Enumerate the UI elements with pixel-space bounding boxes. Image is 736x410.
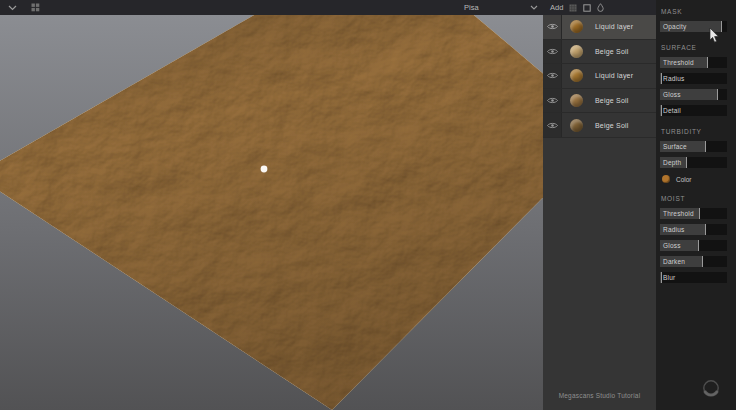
moist-darken-slider[interactable]: Darken: [660, 256, 727, 267]
slider-label: Blur: [663, 274, 675, 281]
add-layer-toolbar: Add: [550, 0, 604, 15]
slider-label: Surface: [663, 143, 687, 150]
eye-icon: [547, 48, 558, 55]
section-title-mask: MASK: [661, 8, 727, 15]
moist-gloss-slider[interactable]: Gloss: [660, 240, 727, 251]
layer-row-beige-soil-1[interactable]: Beige Soil: [543, 40, 656, 65]
layer-name: Beige Soil: [595, 97, 629, 104]
properties-panel: MASK Opacity SURFACE Threshold Radius Gl…: [656, 0, 736, 410]
add-label: Add: [550, 3, 563, 12]
turbidity-depth-slider[interactable]: Depth: [660, 157, 727, 168]
layer-row-liquid-layer-2[interactable]: Liquid layer: [543, 64, 656, 89]
eye-icon: [547, 23, 558, 30]
add-liquid-layer-icon[interactable]: [597, 0, 604, 15]
opacity-slider[interactable]: Opacity: [660, 21, 727, 32]
visibility-toggle[interactable]: [543, 113, 562, 137]
slider-label: Darken: [663, 258, 685, 265]
eye-icon: [547, 72, 558, 79]
layers-panel: Liquid layer Beige Soil Liquid layer: [543, 15, 656, 410]
quixel-logo-icon: [699, 377, 723, 405]
top-toolbar: Pisa Add: [0, 0, 656, 15]
layer-row-liquid-layer-1[interactable]: Liquid layer: [543, 15, 656, 40]
slider-fill: [660, 73, 662, 84]
moist-blur-slider[interactable]: Blur: [660, 272, 727, 283]
slider-fill: [660, 105, 662, 116]
surface-gloss-slider[interactable]: Gloss: [660, 89, 727, 100]
chevron-down-icon[interactable]: [8, 0, 17, 15]
layer-thumbnail: [570, 94, 583, 107]
slider-label: Threshold: [663, 210, 694, 217]
moist-radius-slider[interactable]: Radius: [660, 224, 727, 235]
layer-row-beige-soil-2[interactable]: Beige Soil: [543, 89, 656, 114]
layer-name: Beige Soil: [595, 48, 629, 55]
layer-thumbnail: [570, 69, 583, 82]
surface-detail-slider[interactable]: Detail: [660, 105, 727, 116]
viewport-canvas[interactable]: [0, 15, 543, 410]
surface-threshold-slider[interactable]: Threshold: [660, 57, 727, 68]
add-solid-layer-icon[interactable]: [569, 0, 577, 15]
slider-label: Depth: [663, 159, 681, 166]
visibility-toggle[interactable]: [543, 40, 562, 64]
layer-thumbnail: [570, 45, 583, 58]
slider-fill: [660, 272, 662, 283]
turbidity-color-row[interactable]: Color: [662, 175, 727, 183]
moist-threshold-slider[interactable]: Threshold: [660, 208, 727, 219]
slider-label: Opacity: [663, 23, 686, 30]
slider-label: Gloss: [663, 91, 681, 98]
brush-cursor-dot: [261, 166, 268, 173]
eye-icon: [547, 122, 558, 129]
visibility-toggle[interactable]: [543, 64, 562, 88]
layer-thumbnail: [570, 119, 583, 132]
section-title-surface: SURFACE: [661, 44, 727, 51]
scene-dropdown-label: Pisa: [464, 3, 479, 12]
layer-name: Liquid layer: [595, 72, 633, 79]
scene-dropdown[interactable]: Pisa: [458, 0, 544, 15]
visibility-toggle[interactable]: [543, 15, 562, 39]
layer-name: Beige Soil: [595, 122, 629, 129]
layer-name: Liquid layer: [595, 23, 633, 30]
eye-icon: [547, 97, 558, 104]
watermark-text: Megascans Studio Tutorial: [543, 392, 656, 399]
color-swatch[interactable]: [662, 175, 670, 183]
slider-label: Detail: [663, 107, 681, 114]
slider-label: Threshold: [663, 59, 694, 66]
slider-label: Gloss: [663, 242, 681, 249]
slider-label: Radius: [663, 226, 684, 233]
surface-radius-slider[interactable]: Radius: [660, 73, 727, 84]
section-title-moist: MOIST: [661, 195, 727, 202]
layer-row-beige-soil-3[interactable]: Beige Soil: [543, 113, 656, 138]
megascans-studio-app: Pisa Add: [0, 0, 736, 410]
grid-icon[interactable]: [31, 0, 40, 15]
slider-label: Radius: [663, 75, 684, 82]
layer-thumbnail: [570, 20, 583, 33]
viewport-3d[interactable]: [0, 15, 543, 410]
color-label: Color: [676, 176, 692, 183]
visibility-toggle[interactable]: [543, 89, 562, 113]
section-title-turbidity: TURBIDITY: [661, 128, 727, 135]
chevron-down-icon: [530, 5, 538, 10]
turbidity-surface-slider[interactable]: Surface: [660, 141, 727, 152]
add-surface-layer-icon[interactable]: [583, 0, 591, 15]
